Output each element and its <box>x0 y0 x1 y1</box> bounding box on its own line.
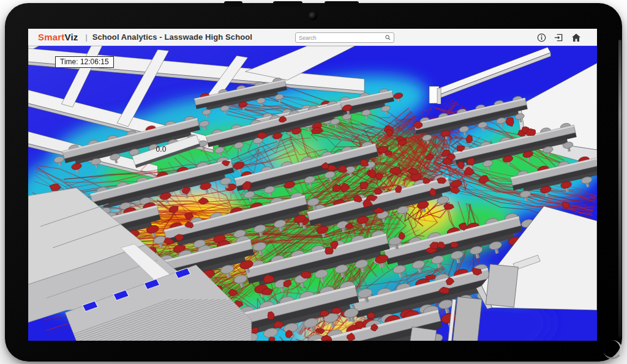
top-button[interactable] <box>325 1 359 7</box>
power-button[interactable] <box>224 1 242 7</box>
app-window: SmartViz | School Analytics - Lasswade H… <box>28 29 597 341</box>
search-input[interactable]: Search <box>295 32 394 43</box>
page-title: School Analytics - Lasswade High School <box>92 32 252 42</box>
volume-button[interactable] <box>273 1 302 7</box>
app-header: SmartViz | School Analytics - Lasswade H… <box>28 29 597 46</box>
device-corner-glint <box>602 339 623 360</box>
time-label: Time: 12:06:15 <box>55 56 114 68</box>
header-icons <box>537 29 581 46</box>
floor-label: 0.0 <box>156 145 167 154</box>
info-icon[interactable] <box>537 33 546 42</box>
tablet-device: SmartViz | School Analytics - Lasswade H… <box>5 3 622 362</box>
header-divider: | <box>86 33 88 42</box>
search-placeholder: Search <box>299 35 385 41</box>
search-icon <box>385 35 391 40</box>
device-edge-highlight <box>618 40 621 337</box>
3d-viewport[interactable]: 0.0 Time: 12:06:15 <box>28 46 593 341</box>
home-icon[interactable] <box>571 33 581 42</box>
camera-dot <box>309 12 317 20</box>
simulation-scene: 0.0 <box>28 46 597 341</box>
export-icon[interactable] <box>554 33 563 42</box>
brand-logo[interactable]: SmartViz <box>38 32 78 42</box>
